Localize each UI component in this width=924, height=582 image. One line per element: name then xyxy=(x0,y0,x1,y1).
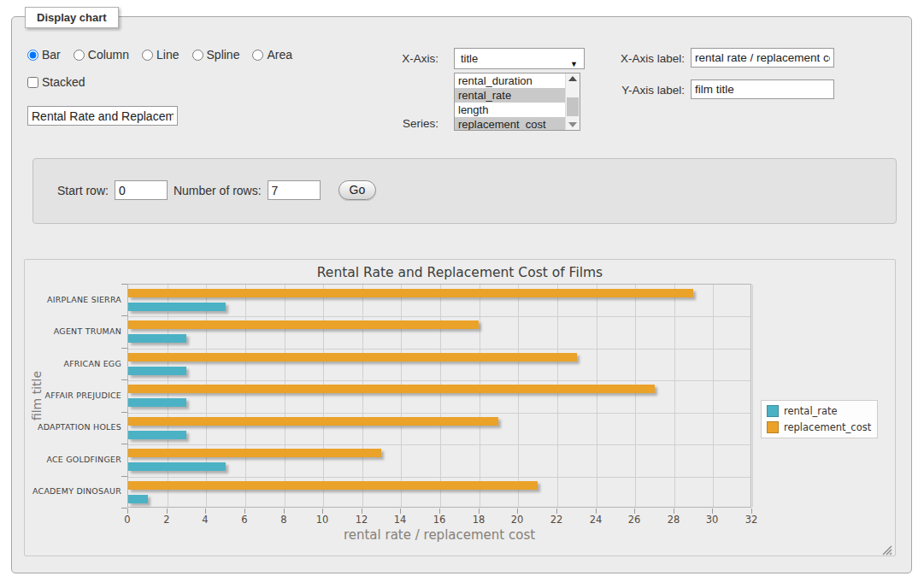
chart-legend: rental_ratereplacement_cost xyxy=(761,400,878,438)
chart-type-radio-area[interactable] xyxy=(252,50,263,61)
plot-area xyxy=(127,284,751,508)
series-option-replacement_cost[interactable]: replacement_cost xyxy=(455,117,565,131)
series-listbox-label: Series: xyxy=(357,117,438,130)
chart-type-option-line: Line xyxy=(142,48,179,62)
x-tick-label: 14 xyxy=(387,514,413,526)
gridline-v xyxy=(245,285,246,507)
bar-replacement-cost-airplane-sierra xyxy=(128,289,693,297)
chart-type-option-area: Area xyxy=(252,48,292,62)
x-tick-label: 10 xyxy=(309,514,335,526)
chart-type-option-column: Column xyxy=(74,48,129,62)
display-chart-fieldset: Display chart BarColumnLineSplineArea St… xyxy=(11,16,912,573)
x-tick-label: 8 xyxy=(271,514,297,526)
bar-rental-rate-african-egg xyxy=(128,367,186,375)
chart-title-input[interactable] xyxy=(27,106,178,126)
num-rows-input[interactable] xyxy=(268,180,321,200)
bar-rental-rate-ace-goldfinger xyxy=(128,462,226,471)
x-axis-select-label: X-Axis: xyxy=(357,52,438,65)
legend-swatch-icon xyxy=(767,405,779,417)
bar-replacement-cost-ace-goldfinger xyxy=(128,449,381,457)
x-axis-select[interactable]: title ▼ xyxy=(454,48,585,69)
x-tick-label: 32 xyxy=(739,514,764,526)
y-tick-mark xyxy=(121,412,127,413)
y-tick-mark xyxy=(121,315,127,316)
x-tick-label: 22 xyxy=(544,514,569,526)
page: Display chart BarColumnLineSplineArea St… xyxy=(0,0,924,582)
x-axis-title: rental rate / replacement cost xyxy=(127,527,751,543)
stacked-label: Stacked xyxy=(42,75,85,89)
gridline-v xyxy=(206,285,207,507)
stacked-checkbox-row: Stacked xyxy=(27,75,85,89)
x-tick-label: 20 xyxy=(504,514,530,526)
gridline-h xyxy=(128,444,750,445)
x-axis-label-caption: X-Axis label: xyxy=(603,52,685,65)
chart-type-radio-spline[interactable] xyxy=(192,50,203,61)
series-option-rental_duration[interactable]: rental_duration xyxy=(455,73,565,88)
gridline-h xyxy=(128,413,750,414)
bar-rental-rate-airplane-sierra xyxy=(128,303,226,311)
chart-type-radio-bar[interactable] xyxy=(27,50,38,61)
bar-replacement-cost-academy-dinosaur xyxy=(128,481,538,490)
x-tick-label: 28 xyxy=(661,514,686,526)
scrollbar-thumb[interactable] xyxy=(567,97,579,116)
x-tick-label: 2 xyxy=(154,514,180,526)
chart-type-label: Spline xyxy=(207,48,240,62)
x-tick-label: 12 xyxy=(349,514,374,526)
start-row-input[interactable] xyxy=(115,180,168,200)
gridline-h xyxy=(128,477,750,478)
gridline-h xyxy=(128,316,750,317)
legend-label: replacement_cost xyxy=(784,421,871,433)
gridline-v xyxy=(635,285,636,507)
legend-label: rental_rate xyxy=(784,405,838,417)
series-listbox[interactable]: rental_durationrental_ratelengthreplacem… xyxy=(454,73,580,131)
series-option-rental_rate[interactable]: rental_rate xyxy=(455,88,565,103)
chart-type-radio-group: BarColumnLineSplineArea xyxy=(27,48,292,62)
x-tick-label: 30 xyxy=(699,514,725,526)
gridline-v xyxy=(440,285,441,507)
go-button[interactable]: Go xyxy=(338,180,377,200)
y-axis-label-input[interactable] xyxy=(691,79,834,99)
rows-panel: Start row: Number of rows: Go xyxy=(32,158,897,224)
bar-replacement-cost-agent-truman xyxy=(128,320,479,329)
chart-title: Rental Rate and Replacement Cost of Film… xyxy=(25,265,895,280)
bar-rental-rate-academy-dinosaur xyxy=(128,495,148,503)
legend-entry-replacement_cost: replacement_cost xyxy=(767,421,871,433)
gridline-v xyxy=(752,285,753,507)
x-tick-label: 0 xyxy=(115,514,140,526)
gridline-v xyxy=(713,285,714,507)
gridline-v xyxy=(168,285,168,507)
bar-replacement-cost-adaptation-holes xyxy=(128,417,498,426)
y-category-label: ACE GOLDFINGER xyxy=(25,455,121,464)
stacked-label-wrap: Stacked xyxy=(27,75,85,89)
bar-rental-rate-affair-prejudice xyxy=(128,398,186,407)
chart-type-radio-column[interactable] xyxy=(74,50,85,61)
x-axis-label-input[interactable] xyxy=(691,48,834,68)
chevron-down-icon: ▼ xyxy=(570,55,578,74)
gridline-v xyxy=(518,285,519,507)
scrollbar-up-icon[interactable] xyxy=(568,73,578,84)
resize-handle-icon[interactable] xyxy=(882,543,892,553)
chart-type-option-spline: Spline xyxy=(192,48,240,62)
y-category-label: AIRPLANE SIERRA xyxy=(25,295,121,304)
stacked-checkbox[interactable] xyxy=(27,77,38,88)
bar-replacement-cost-african-egg xyxy=(128,353,577,362)
bar-replacement-cost-affair-prejudice xyxy=(128,385,655,393)
y-category-label: AGENT TRUMAN xyxy=(25,326,121,336)
gridline-v xyxy=(597,285,597,507)
y-tick-mark xyxy=(121,284,127,285)
series-options: rental_durationrental_ratelengthreplacem… xyxy=(455,73,565,131)
scrollbar-down-icon[interactable] xyxy=(568,120,578,130)
start-row-label: Start row: xyxy=(57,184,109,197)
listbox-scrollbar[interactable] xyxy=(565,73,580,130)
chart-type-radio-line[interactable] xyxy=(142,50,153,61)
legend-swatch-icon xyxy=(767,421,779,433)
gridline-v xyxy=(480,285,480,507)
chart-type-label: Bar xyxy=(42,48,61,62)
series-option-length[interactable]: length xyxy=(455,103,565,117)
y-category-label: ADAPTATION HOLES xyxy=(25,422,121,432)
chart-type-option-bar: Bar xyxy=(27,48,61,62)
y-axis-label-caption: Y-Axis label: xyxy=(603,84,685,97)
gridline-v xyxy=(674,285,675,507)
y-tick-mark xyxy=(121,348,127,349)
gridline-v xyxy=(323,285,324,507)
